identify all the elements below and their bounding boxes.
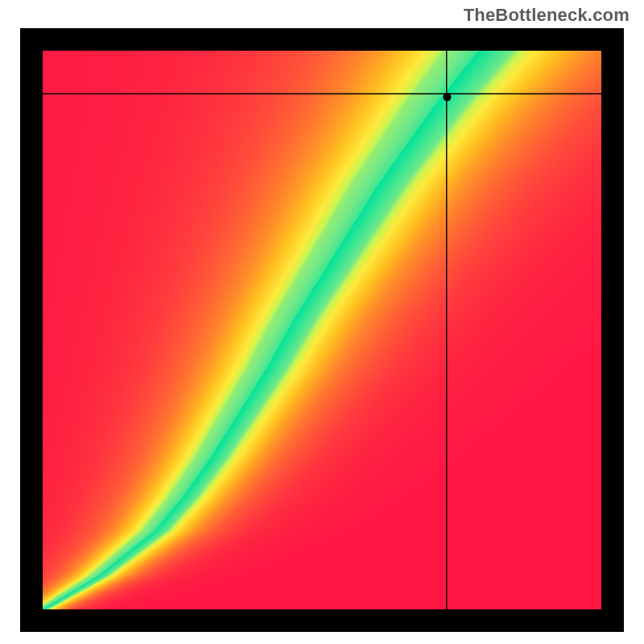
attribution-label: TheBottleneck.com bbox=[464, 5, 630, 26]
chart-container: TheBottleneck.com bbox=[0, 0, 644, 644]
heatmap-canvas bbox=[20, 28, 624, 632]
